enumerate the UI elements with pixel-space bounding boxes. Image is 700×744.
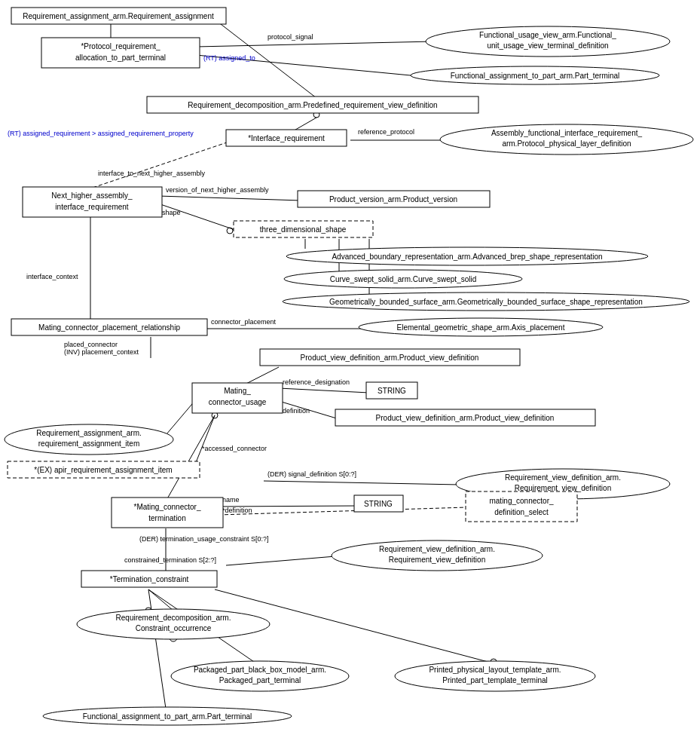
svg-text:definition: definition — [283, 407, 310, 415]
svg-text:interface_context: interface_context — [26, 273, 78, 280]
svg-text:constrained_termination S[2:?]: constrained_termination S[2:?] — [124, 556, 216, 564]
string1-label: STRING — [378, 387, 406, 395]
req-view-def-label1: Requirement_view_definition_arm. — [505, 473, 621, 482]
interface-req-label: *Interface_requirement — [248, 134, 325, 142]
apir-req-label: *(EX) apir_requirement_assignment_item — [34, 466, 172, 474]
svg-line-39 — [264, 481, 460, 485]
mating-def-select-node — [466, 491, 577, 522]
curve-swept-label: Curve_swept_solid_arm.Curve_swept_solid — [330, 275, 477, 283]
req-assign-item-label2: requirement_assignment_item — [38, 439, 140, 448]
svg-text:(INV) placement_context: (INV) placement_context — [64, 348, 139, 356]
func-unit-label2: unit_usage_view_terminal_definition — [487, 41, 608, 50]
mating-term-label1: *Mating_connector_ — [134, 503, 201, 511]
func-unit-label1: Functional_usage_view_arm.Functional_ — [479, 31, 616, 39]
mating-place-label: Mating_connector_placement_relationship — [38, 323, 180, 332]
svg-text:name: name — [222, 496, 240, 504]
svg-point-18 — [227, 228, 233, 234]
elemental-geo-label: Elemental_geometric_shape_arm.Axis_place… — [397, 323, 565, 332]
protocol-req-label2: allocation_to_part_terminal — [75, 54, 166, 62]
req-assign-label: Requirement_assignment_arm.Requirement_a… — [23, 12, 214, 20]
svg-text:connector_placement: connector_placement — [211, 318, 277, 326]
term-constraint-label: *Termination_constraint — [110, 575, 189, 583]
product-view-label: Product_view_definition_arm.Product_view… — [301, 354, 479, 362]
req-view-def-label2: Requirement_view_definition — [515, 484, 611, 492]
req-decomp2-label2: Constraint_occurrence — [136, 624, 212, 632]
assembly-func-label1: Assembly_functional_interface_requiremen… — [491, 129, 643, 137]
product-view2-label: Product_view_definition_arm.Product_view… — [376, 414, 555, 422]
svg-text:version_of_next_higher_assembl: version_of_next_higher_assembly — [166, 186, 269, 194]
geo-bounded-label: Geometrically_bounded_surface_arm.Geomet… — [329, 298, 643, 306]
svg-text:*definition: *definition — [222, 507, 252, 514]
svg-line-30 — [279, 388, 369, 393]
svg-line-47 — [226, 556, 335, 565]
svg-line-14 — [158, 196, 301, 201]
assembly-func-label2: arm.Protocol_physical_layer_definition — [502, 139, 631, 148]
svg-line-53 — [148, 589, 166, 709]
svg-text:shape: shape — [162, 209, 181, 216]
mating-usage-label2: connector_usage — [209, 398, 267, 406]
string2-label: STRING — [364, 500, 393, 508]
func-assign2-label: Functional_assignment_to_part_arm.Part_t… — [83, 712, 252, 721]
req-decomp2-label1: Requirement_decomposition_arm. — [116, 614, 231, 622]
svg-text:reference_protocol: reference_protocol — [358, 128, 414, 136]
adv-boundary-label: Advanced_boundary_representation_arm.Adv… — [332, 253, 602, 261]
three-dim-label: three_dimensional_shape — [260, 225, 347, 234]
mating-term-label2: termination — [148, 514, 185, 522]
svg-line-37 — [166, 415, 215, 501]
func-assign-label: Functional_assignment_to_part_arm.Part_t… — [451, 72, 620, 80]
svg-line-43 — [219, 507, 467, 515]
svg-line-12 — [90, 140, 234, 188]
next-higher-label1: Next_higher_assembly_ — [51, 191, 133, 200]
svg-text:(RT) assigned_requirement > as: (RT) assigned_requirement > assigned_req… — [8, 130, 194, 137]
svg-text:*accessed_connector: *accessed_connector — [202, 445, 267, 452]
svg-line-49 — [148, 589, 173, 611]
req-view-def2-label1: Requirement_view_definition_arm. — [379, 545, 495, 553]
svg-text:(DER) termination_usage_constr: (DER) termination_usage_constraint S[0:?… — [139, 535, 269, 543]
diagram-svg: protocol_signal (RT) assigned_to (RT) as… — [0, 0, 700, 744]
svg-line-16 — [158, 204, 237, 231]
diagram-container: protocol_signal (RT) assigned_to (RT) as… — [0, 0, 700, 744]
svg-text:(RT) assigned_to: (RT) assigned_to — [203, 54, 255, 62]
svg-line-2 — [196, 41, 433, 47]
req-view-def2-label2: Requirement_view_definition — [389, 556, 485, 564]
mating-usage-label1: Mating_ — [224, 387, 251, 395]
req-decomp-label: Requirement_decomposition_arm.Predefined… — [188, 101, 437, 109]
packaged-part-label2: Packaged_part_terminal — [219, 676, 301, 684]
next-higher-label2: interface_requirement — [55, 203, 128, 211]
svg-text:(DER) signal_definition S[0:?]: (DER) signal_definition S[0:?] — [267, 470, 356, 478]
mating-def-select-label1: mating_connector_ — [489, 497, 553, 505]
svg-text:interface_to_next_higher_assem: interface_to_next_higher_assembly — [98, 170, 206, 177]
protocol-req-label1: *Protocol_requirement_ — [81, 42, 160, 51]
svg-text:reference_designation: reference_designation — [283, 378, 350, 386]
mating-def-select-label2: definition_select — [494, 508, 549, 516]
svg-text:placed_connector: placed_connector — [64, 341, 118, 348]
svg-text:protocol_signal: protocol_signal — [267, 33, 313, 41]
req-assign-item-label1: Requirement_assignment_arm. — [36, 429, 142, 437]
printed-physical-label1: Printed_physical_layout_template_arm. — [429, 666, 561, 674]
product-version-label: Product_version_arm.Product_version — [329, 195, 457, 204]
printed-physical-label2: Printed_part_template_terminal — [442, 676, 548, 684]
packaged-part-label1: Packaged_part_black_box_model_arm. — [194, 666, 326, 674]
mating-term-node — [112, 498, 223, 528]
